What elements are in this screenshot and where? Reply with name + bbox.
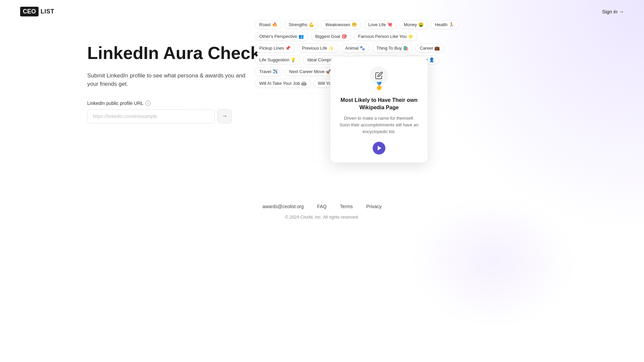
tag-pickup-lines[interactable]: Pickup Lines 📌 — [255, 44, 295, 53]
hero-title: LinkedIn Aura Check — [87, 43, 275, 63]
tag-next-career-move[interactable]: Next Career Move 🚀 — [285, 67, 335, 76]
logo-ceo[interactable]: CEO — [20, 7, 39, 16]
logo-list[interactable]: LIST — [41, 8, 54, 15]
footer: awards@ceolist.org FAQ Terms Privacy © 2… — [0, 204, 644, 220]
popup-award-icon: 🥇 — [370, 82, 388, 90]
tag-previous-life[interactable]: Previous Life ✨ — [298, 44, 338, 53]
tags-row-3: Pickup Lines 📌 Previous Life ✨ Animal 🐾 … — [255, 44, 456, 53]
popup-icon-area: 🥇 — [338, 66, 420, 90]
tag-will-ai[interactable]: Will AI Take Your Job 🤖 — [255, 79, 311, 88]
footer-terms[interactable]: Terms — [340, 204, 353, 209]
info-icon[interactable]: i — [145, 101, 151, 106]
footer-links: awards@ceolist.org FAQ Terms Privacy — [0, 204, 644, 209]
submit-button[interactable]: → — [217, 109, 231, 123]
tag-animal[interactable]: Animal 🐾 — [341, 44, 369, 53]
tag-travel[interactable]: Travel ✈️ — [255, 67, 282, 76]
tag-famous-person[interactable]: Famous Person Like You ⭐ — [354, 32, 418, 41]
sign-in-button[interactable]: Sign in → — [602, 9, 624, 14]
input-label-text: LinkedIn public profile URL — [87, 101, 143, 106]
tag-thing-to-buy[interactable]: Thing To Buy 🛍️ — [372, 44, 413, 53]
popup-card: 🥇 Most Likely to Have Their own Wikipedi… — [330, 57, 428, 163]
popup-description: Driven to make a name for themself. Soon… — [338, 115, 420, 135]
linkedin-url-input[interactable] — [87, 109, 215, 123]
footer-email[interactable]: awards@ceolist.org — [262, 204, 304, 209]
header: CEO LIST Sign in → — [0, 0, 644, 23]
hero-subtitle: Submit LinkedIn profile to see what pers… — [87, 71, 248, 88]
tag-biggest-goal[interactable]: Biggest Goal 🎯 — [311, 32, 351, 41]
footer-faq[interactable]: FAQ — [317, 204, 327, 209]
logo[interactable]: CEO LIST — [20, 7, 54, 16]
tag-life-suggestion[interactable]: Life Suggestion 💡 — [255, 55, 300, 64]
popup-play-button[interactable] — [373, 142, 385, 155]
footer-privacy[interactable]: Privacy — [366, 204, 382, 209]
footer-copyright: © 2024 Clssfd, Inc. All rights reserved. — [0, 215, 644, 220]
tag-others-perspective[interactable]: Other's Perspective 👥 — [255, 32, 308, 41]
tags-row-2: Other's Perspective 👥 Biggest Goal 🎯 Fam… — [255, 32, 456, 41]
tag-career[interactable]: Career 💼 — [416, 44, 444, 53]
popup-title: Most Likely to Have Their own Wikipedia … — [338, 97, 420, 112]
submit-arrow-icon: → — [221, 113, 227, 120]
